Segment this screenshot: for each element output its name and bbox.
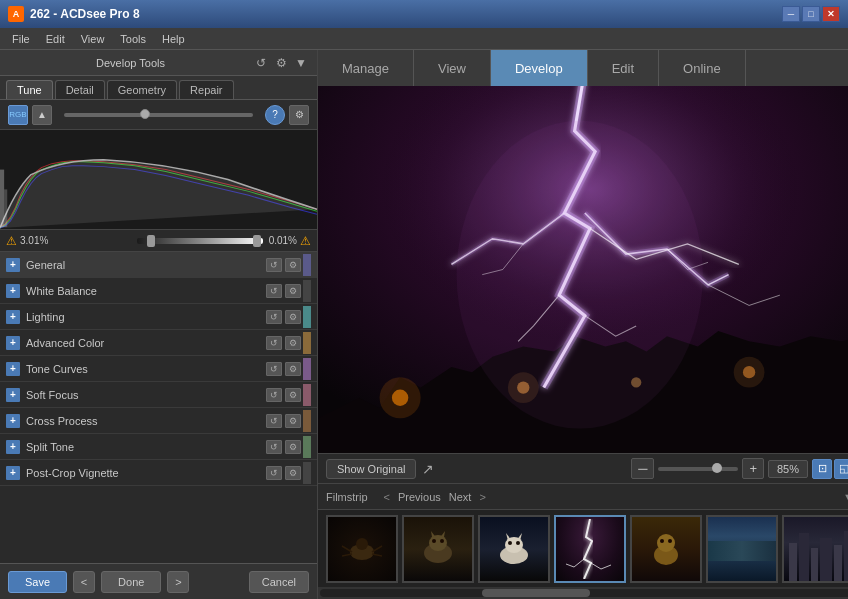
adj-reset-lighting[interactable]: ↺	[266, 310, 282, 324]
adj-item-post-crop-vignette[interactable]: + Post-Crop Vignette ↺ ⚙	[0, 460, 317, 486]
nav-online[interactable]: Online	[659, 50, 746, 86]
zoom-plus-button[interactable]: +	[742, 458, 764, 479]
scroll-track[interactable]	[320, 589, 848, 597]
clip-right: 0.01% ⚠	[269, 234, 311, 248]
clip-handle-right[interactable]	[253, 235, 261, 247]
zoom-fit-button[interactable]: ⊡	[812, 459, 832, 479]
adj-reset-white-balance[interactable]: ↺	[266, 284, 282, 298]
adj-icons-cross-process: ↺ ⚙	[266, 414, 301, 428]
adj-expand-post-crop-vignette[interactable]: +	[6, 466, 20, 480]
adj-settings-soft-focus[interactable]: ⚙	[285, 388, 301, 402]
adj-expand-tone-curves[interactable]: +	[6, 362, 20, 376]
maximize-button[interactable]: □	[802, 6, 820, 22]
dropdown-icon[interactable]: ▼	[293, 55, 309, 71]
adj-item-soft-focus[interactable]: + Soft Focus ↺ ⚙	[0, 382, 317, 408]
histogram-type-icon[interactable]: ▲	[32, 105, 52, 125]
nav-edit[interactable]: Edit	[588, 50, 659, 86]
filmstrip-next-button[interactable]: Next	[449, 491, 472, 503]
nav-develop[interactable]: Develop	[491, 50, 588, 86]
adj-expand-split-tone[interactable]: +	[6, 440, 20, 454]
scrollbar-bottom[interactable]	[318, 587, 848, 599]
filmstrip-next-arrow: >	[479, 491, 485, 503]
channel-rgb-icon[interactable]: RGB	[8, 105, 28, 125]
adj-item-split-tone[interactable]: + Split Tone ↺ ⚙	[0, 434, 317, 460]
adj-settings-cross-process[interactable]: ⚙	[285, 414, 301, 428]
done-button[interactable]: Done	[101, 571, 161, 593]
adj-expand-general[interactable]: +	[6, 258, 20, 272]
adj-expand-advanced-color[interactable]: +	[6, 336, 20, 350]
close-button[interactable]: ✕	[822, 6, 840, 22]
adj-color-tone-curves	[303, 358, 311, 380]
filmstrip-previous-button[interactable]: Previous	[398, 491, 441, 503]
filmstrip-expand-icon[interactable]: ▼	[843, 491, 848, 503]
clip-left: ⚠ 3.01%	[6, 234, 131, 248]
filmstrip-thumb-4[interactable]	[554, 515, 626, 583]
tab-detail[interactable]: Detail	[55, 80, 105, 99]
tune-settings-icon[interactable]: ⚙	[289, 105, 309, 125]
settings-icon[interactable]: ⚙	[273, 55, 289, 71]
minimize-button[interactable]: ─	[782, 6, 800, 22]
adj-expand-white-balance[interactable]: +	[6, 284, 20, 298]
filmstrip-thumb-7[interactable]	[782, 515, 848, 583]
adj-item-lighting[interactable]: + Lighting ↺ ⚙	[0, 304, 317, 330]
cancel-button[interactable]: Cancel	[249, 571, 309, 593]
adj-settings-general[interactable]: ⚙	[285, 258, 301, 272]
clipping-gradient-bar[interactable]	[137, 238, 262, 244]
adj-settings-split-tone[interactable]: ⚙	[285, 440, 301, 454]
adj-reset-soft-focus[interactable]: ↺	[266, 388, 282, 402]
save-button[interactable]: Save	[8, 571, 67, 593]
show-original-button[interactable]: Show Original	[326, 459, 416, 479]
adj-reset-advanced-color[interactable]: ↺	[266, 336, 282, 350]
adj-expand-cross-process[interactable]: +	[6, 414, 20, 428]
nav-manage[interactable]: Manage	[318, 50, 414, 86]
svg-point-11	[734, 357, 765, 388]
menu-tools[interactable]: Tools	[112, 31, 154, 47]
clip-handle-left[interactable]	[147, 235, 155, 247]
adj-expand-lighting[interactable]: +	[6, 310, 20, 324]
clip-warn-left-icon: ⚠	[6, 234, 17, 248]
filmstrip-thumb-3[interactable]	[478, 515, 550, 583]
refresh-icon[interactable]: ↺	[253, 55, 269, 71]
filmstrip-thumb-6[interactable]	[706, 515, 778, 583]
tab-geometry[interactable]: Geometry	[107, 80, 177, 99]
zoom-slider[interactable]	[658, 467, 738, 471]
filmstrip-thumb-5[interactable]	[630, 515, 702, 583]
tab-tune[interactable]: Tune	[6, 80, 53, 99]
zoom-minus-button[interactable]: ─	[631, 458, 654, 479]
adj-settings-lighting[interactable]: ⚙	[285, 310, 301, 324]
scroll-thumb[interactable]	[482, 589, 590, 597]
zoom-1to1-button[interactable]: ◱	[834, 459, 848, 479]
adj-expand-soft-focus[interactable]: +	[6, 388, 20, 402]
adj-item-cross-process[interactable]: + Cross Process ↺ ⚙	[0, 408, 317, 434]
menu-edit[interactable]: Edit	[38, 31, 73, 47]
menu-file[interactable]: File	[4, 31, 38, 47]
nav-view[interactable]: View	[414, 50, 491, 86]
adj-settings-advanced-color[interactable]: ⚙	[285, 336, 301, 350]
adj-item-advanced-color[interactable]: + Advanced Color ↺ ⚙	[0, 330, 317, 356]
zoom-value[interactable]: 85%	[768, 460, 808, 478]
adj-reset-cross-process[interactable]: ↺	[266, 414, 282, 428]
adj-settings-white-balance[interactable]: ⚙	[285, 284, 301, 298]
prev-button[interactable]: <	[73, 571, 95, 593]
adj-reset-tone-curves[interactable]: ↺	[266, 362, 282, 376]
adj-label-advanced-color: Advanced Color	[26, 337, 266, 349]
adj-settings-post-crop-vignette[interactable]: ⚙	[285, 466, 301, 480]
next-button[interactable]: >	[167, 571, 189, 593]
adj-label-post-crop-vignette: Post-Crop Vignette	[26, 467, 266, 479]
adj-reset-post-crop-vignette[interactable]: ↺	[266, 466, 282, 480]
menu-help[interactable]: Help	[154, 31, 193, 47]
help-icon[interactable]: ?	[265, 105, 285, 125]
menu-view[interactable]: View	[73, 31, 113, 47]
svg-point-7	[380, 377, 421, 418]
adj-item-general[interactable]: + General ↺ ⚙	[0, 252, 317, 278]
filmstrip-thumb-1[interactable]	[326, 515, 398, 583]
adj-reset-general[interactable]: ↺	[266, 258, 282, 272]
tab-repair[interactable]: Repair	[179, 80, 233, 99]
adj-reset-split-tone[interactable]: ↺	[266, 440, 282, 454]
adj-item-tone-curves[interactable]: + Tone Curves ↺ ⚙	[0, 356, 317, 382]
svg-rect-40	[834, 545, 842, 581]
adj-settings-tone-curves[interactable]: ⚙	[285, 362, 301, 376]
exposure-slider-mini[interactable]	[64, 113, 253, 117]
filmstrip-thumb-2[interactable]	[402, 515, 474, 583]
adj-item-white-balance[interactable]: + White Balance ↺ ⚙	[0, 278, 317, 304]
